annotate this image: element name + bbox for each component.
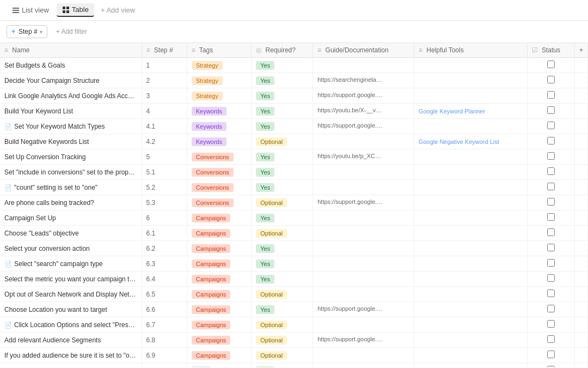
col-name[interactable]: ≡ Name (0, 43, 142, 58)
table-container: ≡ Name ≡ Step # ≡ Tags ◎ Required? ≡ G (0, 43, 588, 367)
name-text: Choose Location you want to target (4, 306, 107, 313)
guide-link[interactable]: https://support.google.com/g (317, 305, 383, 312)
col-tools[interactable]: ≡ Helpful Tools (414, 43, 527, 58)
tag-badge: Keywords (192, 137, 226, 146)
required-badge: Yes (256, 183, 274, 192)
cell-extra (574, 58, 587, 73)
cell-tools (414, 226, 527, 241)
name-text: Build Negative Keywords List (4, 138, 89, 146)
cell-required: Optional (252, 287, 313, 302)
cell-required: Yes (252, 272, 313, 287)
col-more[interactable]: + (574, 43, 587, 58)
table-row: 📄Select "search" campaign type6.3Campaig… (0, 256, 588, 272)
status-checkbox[interactable] (547, 351, 555, 358)
name-text: Set Up Conversion Tracking (4, 153, 85, 161)
guide-link[interactable]: https://support.google.com/g (317, 336, 383, 342)
status-checkbox[interactable] (547, 320, 555, 328)
cell-status (527, 134, 574, 149)
cell-guide: https://support.google.com/a (313, 88, 414, 104)
cell-required: Yes (252, 119, 313, 134)
table-row: Choose Location you want to target6.6Cam… (0, 302, 588, 317)
list-view-tab[interactable]: List view (7, 4, 54, 16)
cell-status (527, 272, 574, 287)
status-checkbox[interactable] (547, 305, 555, 312)
status-checkbox[interactable] (547, 137, 555, 144)
col-status[interactable]: ☑ Status (527, 43, 574, 58)
tag-badge: Strategy (192, 76, 223, 85)
name-text: Click Location Options and select "Prese… (14, 321, 142, 329)
guide-link[interactable]: https://searchengineland.com (317, 76, 383, 83)
cell-status (527, 287, 574, 302)
col-tags[interactable]: ≡ Tags (187, 43, 252, 58)
cell-status (527, 104, 574, 119)
cell-extra (574, 180, 587, 195)
cell-tools (414, 241, 527, 256)
guide-link[interactable]: https://youtu.be/p_XCsl3fWw (317, 153, 383, 159)
col-step[interactable]: ≡ Step # (142, 43, 187, 58)
col-guide[interactable]: ≡ Guide/Documentation (313, 43, 414, 58)
cell-tools (414, 302, 527, 317)
status-checkbox[interactable] (547, 335, 555, 343)
table-row: Campaign Set Up6CampaignsYes (0, 210, 588, 226)
cell-guide (313, 226, 414, 241)
tag-badge: Campaigns (192, 351, 231, 360)
table-view-tab[interactable]: Table (57, 3, 94, 17)
cell-status (527, 226, 574, 241)
table-row: Set Up Conversion Tracking5ConversionsYe… (0, 149, 588, 165)
required-badge: Optional (256, 137, 287, 146)
status-checkbox[interactable] (547, 244, 555, 251)
cell-name: Set Budgets & Goals (0, 58, 142, 73)
cell-tools (414, 88, 527, 104)
cell-tools: Google Keyword Planner (414, 104, 527, 119)
cell-step: 6.5 (142, 287, 187, 302)
table-row: Set "include in conversions" set to the … (0, 165, 588, 180)
status-checkbox[interactable] (547, 228, 555, 236)
cell-name: Set "include in conversions" set to the … (0, 165, 142, 180)
status-checkbox[interactable] (547, 183, 555, 190)
guide-link[interactable]: https://support.google.com/g (317, 198, 383, 205)
tag-badge: Campaigns (192, 290, 231, 299)
required-badge: Optional (256, 198, 287, 207)
cell-tools (414, 272, 527, 287)
add-view-btn[interactable]: + Add view (96, 4, 139, 16)
status-checkbox[interactable] (547, 289, 555, 297)
guide-link[interactable]: https://support.google.com/a (317, 92, 383, 98)
status-checkbox[interactable] (547, 259, 555, 267)
cell-tag: Strategy (187, 88, 252, 104)
status-checkbox[interactable] (547, 76, 555, 83)
cell-name: Opt out of Search Network and Display Ne… (0, 287, 142, 302)
cell-tag: Campaigns (187, 302, 252, 317)
status-checkbox[interactable] (547, 274, 555, 282)
step-btn[interactable]: + Step # ▾ (7, 25, 47, 38)
status-checkbox[interactable] (547, 198, 555, 206)
cell-step: 6.7 (142, 317, 187, 333)
tool-text: Google Negative Keyword List (419, 138, 499, 145)
status-checkbox[interactable] (547, 61, 555, 68)
status-checkbox[interactable] (547, 152, 555, 160)
status-checkbox[interactable] (547, 122, 555, 129)
table-row: Select your conversion action6.2Campaign… (0, 241, 588, 256)
add-filter-btn[interactable]: + Add filter (52, 26, 91, 38)
cell-name: Are phone calls being tracked? (0, 195, 142, 210)
cell-tools (414, 180, 527, 195)
status-checkbox[interactable] (547, 167, 555, 175)
status-checkbox[interactable] (547, 91, 555, 99)
guide-link[interactable]: https://youtu.be/X-__vdXvxo (317, 107, 383, 113)
tag-badge: Strategy (192, 61, 223, 70)
cell-tools (414, 165, 527, 180)
table-row: 📄Set Your Keyword Match Types4.1Keywords… (0, 119, 588, 134)
status-checkbox[interactable] (547, 106, 555, 114)
name-text: Select the metric you want your campaign… (4, 275, 142, 283)
cell-tag: Campaigns (187, 241, 252, 256)
cell-extra (574, 104, 587, 119)
status-checkbox[interactable] (547, 366, 555, 367)
col-required[interactable]: ◎ Required? (252, 43, 313, 58)
main-table: ≡ Name ≡ Step # ≡ Tags ◎ Required? ≡ G (0, 43, 588, 367)
table-body: Set Budgets & Goals1StrategyYesDecide Yo… (0, 58, 588, 368)
guide-link[interactable]: https://support.google.com/g (317, 122, 383, 129)
status-checkbox[interactable] (547, 213, 555, 221)
cell-extra (574, 317, 587, 333)
table-row: Select the metric you want your campaign… (0, 272, 588, 287)
cell-tools (414, 73, 527, 88)
cell-step: 6.3 (142, 256, 187, 272)
